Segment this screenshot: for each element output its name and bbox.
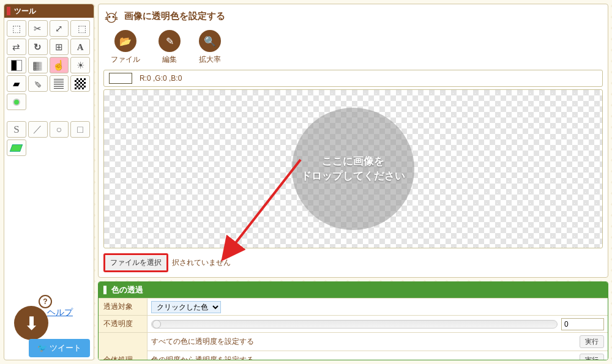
target-label: 透過対象 [99,299,147,315]
magnifier-icon: 🔍 [199,30,221,52]
drop-placeholder: ここに画像を ドロップしてください [292,108,414,230]
global-line-1: すべての色に透明度を設定する [151,336,254,347]
rgb-readout: R:0 ,G:0 ,B:0 [140,74,182,83]
s-curve-tool[interactable] [7,121,26,138]
eraser-tool[interactable] [7,139,26,156]
opacity-label: 不透明度 [99,316,147,332]
edit-menu[interactable]: ✎ 編集 [159,30,181,65]
scale-tool[interactable] [50,20,69,37]
tools-panel-title: ツール [4,4,94,18]
dropper-tool[interactable] [28,75,48,92]
canvas[interactable]: ここに画像を ドロップしてください [103,89,603,248]
brightness-tool[interactable] [70,57,90,73]
opacity-slider[interactable] [151,320,558,329]
blur-tool[interactable] [28,57,48,73]
tool-grid-2 [4,119,92,158]
fill-tool[interactable] [7,75,26,92]
cat-icon [103,8,119,24]
svg-point-2 [113,16,114,17]
select-tool[interactable] [7,20,26,37]
transparency-tool[interactable] [50,57,69,73]
exec-button-2[interactable]: 実行 [580,354,604,360]
editor-toolbar: 📂 ファイル ✎ 編集 🔍 拡大率 [99,28,608,70]
color-bar: R:0 ,G:0 ,B:0 [103,70,603,87]
opacity-input[interactable] [561,318,604,330]
global-line-2: 色の明度から透明度を設定する [151,355,254,360]
cut-tool[interactable] [28,20,48,37]
pencil-icon: ✎ [159,30,181,52]
target-select[interactable]: クリックした色 [151,301,221,313]
resize-tool[interactable] [70,20,90,37]
transparency-panel-title: 色の透過 [99,282,608,298]
color-swatch[interactable] [109,73,132,84]
color-dot-tool[interactable] [7,94,26,110]
square-tool[interactable] [70,121,90,138]
help-link[interactable]: ヘルプ [47,307,73,318]
svg-point-1 [109,16,110,17]
swap-tool[interactable] [7,39,26,55]
exec-button-1[interactable]: 実行 [580,335,604,348]
file-status: 択されていません [172,258,231,268]
bw-tool[interactable] [7,57,26,73]
text-tool[interactable] [70,39,90,55]
checker-tool[interactable] [70,75,90,92]
tools-panel: ツール ? ヘルプ [4,4,94,360]
file-menu[interactable]: 📂 ファイル [111,30,140,65]
tool-grid-1 [4,18,92,113]
transparency-panel: 色の透過 透過対象 クリックした色 不透明度 [98,281,608,360]
rotate-tool[interactable] [28,39,48,55]
global-label: 全体処理 [99,333,147,360]
circle-tool[interactable] [50,121,69,138]
add-tool[interactable] [50,39,69,55]
spray-tool[interactable] [50,75,69,92]
download-button[interactable] [14,306,48,340]
editor-card: 画像に透明色を設定する 📂 ファイル ✎ 編集 🔍 拡大率 R:0 ,G: [98,4,608,278]
line-tool[interactable] [28,121,48,138]
zoom-menu[interactable]: 🔍 拡大率 [199,30,221,65]
tweet-button[interactable]: ツイート [29,339,90,357]
page-title: 画像に透明色を設定する [124,10,225,22]
help-icon[interactable]: ? [39,295,52,308]
choose-file-button[interactable]: ファイルを選択 [103,253,168,272]
folder-icon: 📂 [114,30,136,52]
